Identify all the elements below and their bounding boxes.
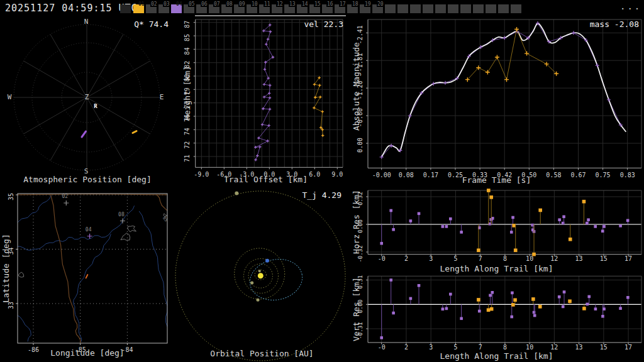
station-box-label: 12: [276, 1, 284, 7]
svg-text:-0: -0: [378, 344, 386, 351]
station-box-label: 09: [238, 1, 246, 7]
station-box-03[interactable]: 03: [158, 4, 169, 13]
trail-ylabel: Height [km]: [183, 55, 192, 131]
station-box-label: 04: [175, 1, 183, 7]
svg-text:85: 85: [184, 34, 191, 41]
tisserand-value: T_j 4.29: [302, 190, 341, 200]
svg-text:5: 5: [453, 344, 457, 351]
panel-ground-map: 85020408-86-85-84353433 Latitude [deg] L…: [0, 187, 175, 362]
station-box[interactable]: [423, 4, 433, 13]
station-box-label: 07: [213, 1, 221, 7]
station-box-18[interactable]: 18: [347, 4, 358, 13]
station-box-11[interactable]: 11: [259, 4, 270, 13]
map-xlabel: Longitude [deg]: [0, 348, 175, 358]
zenith-label: Z: [82, 93, 91, 101]
horz-ylabel: Horz Res [km]: [352, 184, 361, 260]
station-box-01[interactable]: 01: [133, 4, 144, 13]
svg-text:8: 8: [503, 344, 507, 351]
trail-xlabel: Trail Offset [km]: [182, 175, 349, 184]
station-box[interactable]: [511, 4, 521, 13]
compass-north-label: N: [82, 18, 91, 26]
q-star-value: Q* 74.4: [134, 19, 169, 29]
panel-trail-offset: -9.0-6.0-3.00.03.06.09.08785848280797776…: [182, 18, 349, 187]
svg-text:02: 02: [62, 194, 68, 199]
svg-text:3: 3: [429, 344, 433, 351]
station-box-09[interactable]: 09: [234, 4, 245, 13]
station-box-15[interactable]: 15: [309, 4, 320, 13]
svg-text:71: 71: [184, 155, 191, 162]
svg-text:12: 12: [550, 344, 558, 351]
vert-ylabel: Vert Res [km]: [352, 272, 361, 347]
station-box[interactable]: [498, 4, 509, 13]
svg-text:3: 3: [429, 255, 433, 262]
svg-text:-2.41: -2.41: [357, 25, 364, 44]
trail-offset-plot: -9.0-6.0-3.00.03.06.09.08785848280797776…: [182, 18, 349, 187]
station-box-label: 11: [264, 1, 271, 7]
station-box-16[interactable]: 16: [322, 4, 333, 13]
vert-xlabel: Length Along Trail [km]: [349, 351, 644, 361]
svg-text:2: 2: [404, 255, 408, 262]
svg-text:12: 12: [550, 255, 558, 262]
svg-text:0.00: 0.00: [357, 138, 364, 153]
overflow-menu[interactable]: ...: [620, 1, 641, 11]
station-box-label: 14: [301, 1, 309, 7]
station-box[interactable]: [410, 4, 421, 13]
station-box-17[interactable]: 17: [335, 4, 345, 13]
topbar: 20251127 04:59:15 UTC 010203040506070809…: [0, 0, 644, 16]
station-box-20[interactable]: 20: [372, 4, 383, 13]
station-box-label: 06: [201, 1, 208, 7]
station-box[interactable]: [435, 4, 446, 13]
svg-text:87: 87: [184, 21, 191, 28]
meteor-analysis-dashboard: 20251127 04:59:15 UTC 010203040506070809…: [0, 0, 644, 362]
station-box-19[interactable]: 19: [360, 4, 370, 13]
station-box-label: 20: [377, 1, 384, 7]
svg-text:35: 35: [8, 193, 14, 200]
svg-text:7: 7: [479, 255, 482, 262]
svg-text:13: 13: [575, 344, 583, 351]
utc-timestamp: 20251127 04:59:15 UTC: [5, 3, 138, 14]
station-box-label: 08: [226, 1, 233, 7]
station-box-label: 16: [326, 1, 334, 7]
panel-horz-residuals: -02357810121315170.320.00-0.32 Horz Res …: [349, 187, 644, 275]
panel-light-curve: -0.000.080.170.250.330.420.500.580.670.7…: [349, 18, 644, 187]
station-box-14[interactable]: 14: [297, 4, 308, 13]
svg-text:-0: -0: [378, 255, 386, 262]
station-box[interactable]: [397, 4, 408, 13]
compass-east-label: E: [157, 93, 166, 101]
station-box[interactable]: [120, 4, 131, 13]
station-box[interactable]: [473, 4, 484, 13]
station-box-08[interactable]: 08: [221, 4, 232, 13]
svg-text:08: 08: [118, 212, 125, 217]
svg-text:15: 15: [600, 255, 608, 262]
station-box-04[interactable]: 04: [171, 4, 182, 13]
station-box-02[interactable]: 02: [146, 4, 157, 13]
station-box-13[interactable]: 13: [284, 4, 295, 13]
station-box[interactable]: [486, 4, 496, 13]
svg-text:04: 04: [86, 227, 92, 233]
station-box-07[interactable]: 07: [209, 4, 219, 13]
station-box-12[interactable]: 12: [272, 4, 282, 13]
station-box-06[interactable]: 06: [196, 4, 207, 13]
station-box-label: 18: [352, 1, 359, 7]
svg-text:10: 10: [526, 344, 533, 351]
station-box[interactable]: [448, 4, 458, 13]
station-box-10[interactable]: 10: [247, 4, 257, 13]
svg-text:5: 5: [453, 255, 457, 262]
station-box-label: 03: [163, 1, 170, 7]
panel-vert-residuals: -02357810121315170.310.00-0.31 Vert Res …: [349, 275, 644, 362]
station-box[interactable]: [460, 4, 471, 13]
station-box-label: 19: [364, 1, 372, 7]
orbit-xlabel: Orbital Position [AU]: [175, 349, 349, 358]
magnitude-xlabel: Frame Time [s]: [349, 175, 644, 185]
svg-text:72: 72: [184, 141, 191, 149]
atmospheric-xlabel: Atmospheric Position [deg]: [0, 175, 175, 184]
ground-map-plot: 85020408-86-85-84353433: [0, 187, 175, 362]
magnitude-plot: -0.000.080.170.250.330.420.500.580.670.7…: [349, 18, 644, 187]
station-box-label: 05: [188, 1, 196, 7]
station-box-05[interactable]: 05: [184, 4, 194, 13]
mass-value: mass -2.08: [590, 19, 639, 29]
station-box-label: 13: [289, 1, 296, 7]
horz-residuals-plot: -02357810121315170.320.00-0.32: [349, 187, 644, 275]
panel-atmospheric-position: Q* 74.4 N E S W Z R Atmospheric Position…: [0, 18, 175, 187]
station-box[interactable]: [385, 4, 396, 13]
